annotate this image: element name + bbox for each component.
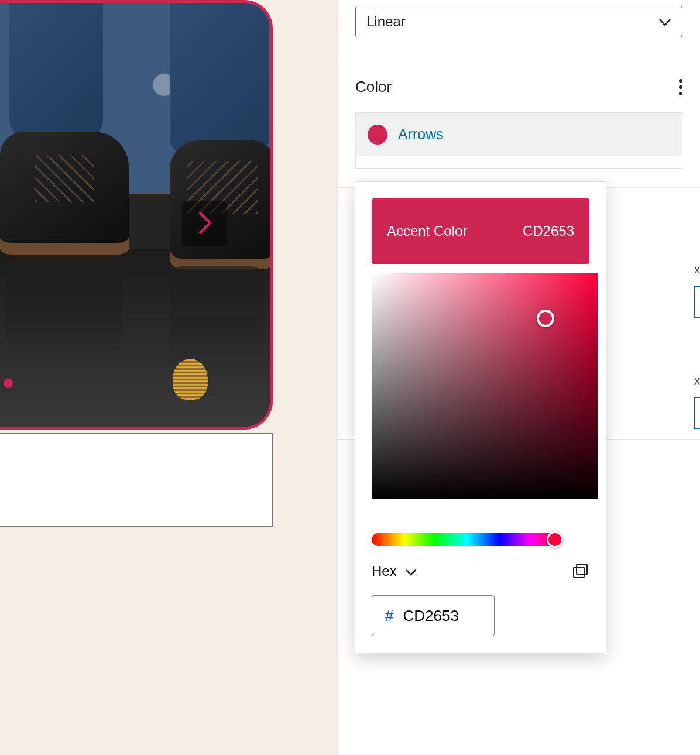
type-select[interactable]: Linear: [355, 6, 682, 37]
svg-rect-1: [574, 567, 584, 578]
slide-dot-active[interactable]: [4, 379, 13, 388]
link-corners-toggle[interactable]: [694, 397, 700, 429]
color-format-label: Hex: [372, 563, 397, 579]
type-select-value: Linear: [366, 13, 406, 30]
color-picker-popover: Accent Color CD2653 Hex # CD: [355, 181, 606, 653]
accent-color-hex: CD2653: [523, 223, 574, 239]
link-sides-toggle[interactable]: [694, 286, 700, 318]
saturation-value-picker[interactable]: [372, 273, 598, 499]
hue-slider[interactable]: [372, 533, 562, 546]
copy-color-button[interactable]: [572, 562, 589, 580]
color-options-menu-button[interactable]: [679, 79, 682, 95]
type-field: Linear: [338, 0, 700, 59]
color-item-arrows[interactable]: Arrows: [355, 112, 682, 156]
hex-prefix: #: [385, 607, 393, 625]
slide-image: [0, 3, 270, 427]
arrows-label: Arrows: [398, 126, 444, 143]
accent-color-title: Accent Color: [387, 223, 467, 239]
unit-suffix: x: [694, 374, 700, 387]
chevron-right-icon: [197, 210, 213, 238]
color-format-select[interactable]: Hex: [372, 563, 417, 579]
hex-input[interactable]: # CD2653: [372, 595, 495, 636]
unit-suffix: x: [694, 263, 700, 276]
color-section: Color Arrows: [338, 59, 700, 188]
editor-canvas: [0, 0, 337, 755]
empty-block-placeholder[interactable]: [0, 433, 273, 527]
next-slide-button[interactable]: [182, 201, 227, 246]
chevron-down-icon: [658, 13, 671, 30]
hue-handle[interactable]: [547, 531, 563, 548]
arrows-swatch: [368, 125, 387, 145]
chevron-down-icon: [405, 563, 417, 579]
accent-color-header: Accent Color CD2653: [372, 198, 589, 264]
image-slide[interactable]: [0, 0, 273, 430]
sv-handle[interactable]: [537, 310, 554, 327]
color-item-next-partial[interactable]: [355, 156, 682, 169]
copy-icon: [572, 572, 589, 582]
svg-rect-0: [577, 564, 587, 575]
hex-value: CD2653: [403, 607, 458, 625]
color-heading: Color: [355, 78, 392, 96]
